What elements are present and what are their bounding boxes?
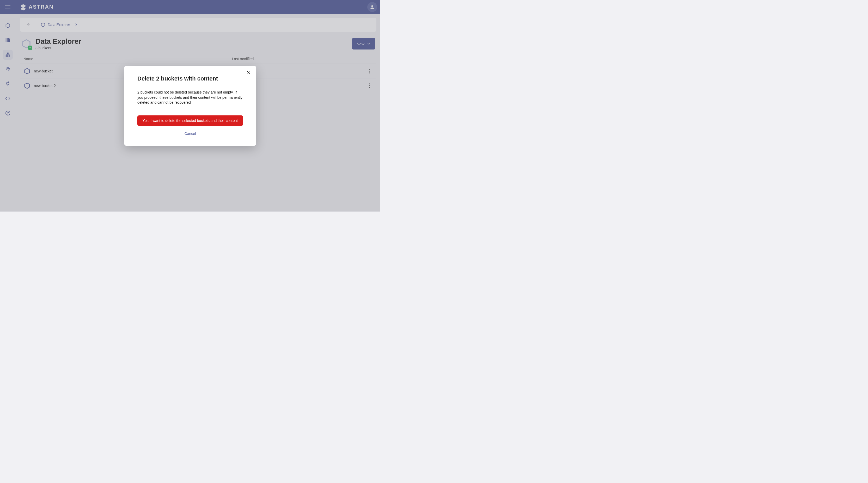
delete-confirm-modal: Delete 2 buckets with content 2 buckets … — [124, 66, 256, 146]
modal-overlay[interactable]: Delete 2 buckets with content 2 buckets … — [0, 0, 380, 212]
modal-body: 2 buckets could not be deleted because t… — [137, 90, 243, 105]
divider — [137, 111, 243, 111]
modal-cancel-button[interactable]: Cancel — [137, 132, 243, 136]
modal-title: Delete 2 buckets with content — [137, 75, 243, 82]
modal-close-button[interactable] — [246, 70, 251, 75]
modal-confirm-button[interactable]: Yes, I want to delete the selected bucke… — [137, 116, 243, 126]
close-icon — [247, 71, 251, 75]
